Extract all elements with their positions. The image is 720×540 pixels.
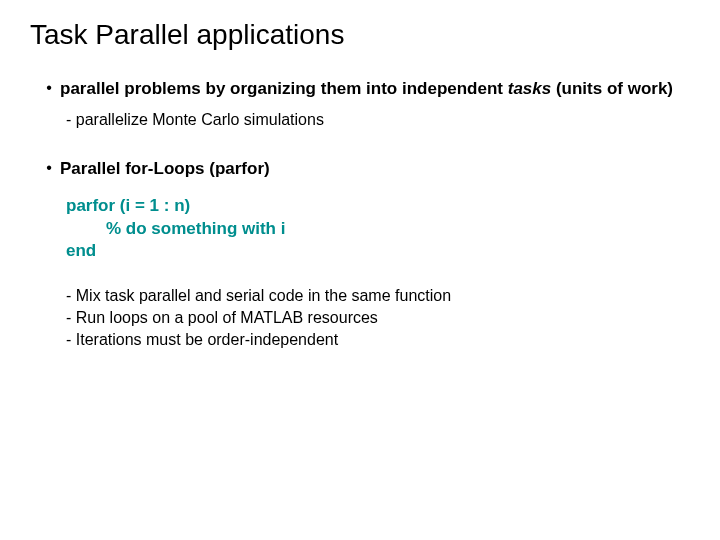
bullet-dot-icon: • bbox=[38, 158, 60, 179]
code-line-1: parfor (i = 1 : n) bbox=[66, 195, 690, 218]
bullet-item-1: • parallel problems by organizing them i… bbox=[38, 78, 690, 100]
slide-title: Task Parallel applications bbox=[30, 18, 690, 52]
bullet-1-subtext: - parallelize Monte Carlo simulations bbox=[66, 110, 690, 131]
bullet-item-2: • Parallel for-Loops (parfor) bbox=[38, 158, 690, 180]
note-2: - Run loops on a pool of MATLAB resource… bbox=[66, 307, 690, 329]
bullet-1-emph: tasks bbox=[508, 79, 551, 98]
bullet-1-post: (units of work) bbox=[551, 79, 673, 98]
bullet-2-text: Parallel for-Loops (parfor) bbox=[60, 158, 270, 180]
parfor-notes: - Mix task parallel and serial code in t… bbox=[66, 285, 690, 350]
bullet-dot-icon: • bbox=[38, 78, 60, 99]
parfor-code-block: parfor (i = 1 : n) % do something with i… bbox=[66, 195, 690, 264]
bullet-1-pre: parallel problems by organizing them int… bbox=[60, 79, 508, 98]
code-line-3: end bbox=[66, 240, 690, 263]
note-3: - Iterations must be order-independent bbox=[66, 329, 690, 351]
bullet-1-text: parallel problems by organizing them int… bbox=[60, 78, 673, 100]
code-line-2: % do something with i bbox=[66, 218, 690, 241]
note-1: - Mix task parallel and serial code in t… bbox=[66, 285, 690, 307]
slide: Task Parallel applications • parallel pr… bbox=[0, 0, 720, 540]
